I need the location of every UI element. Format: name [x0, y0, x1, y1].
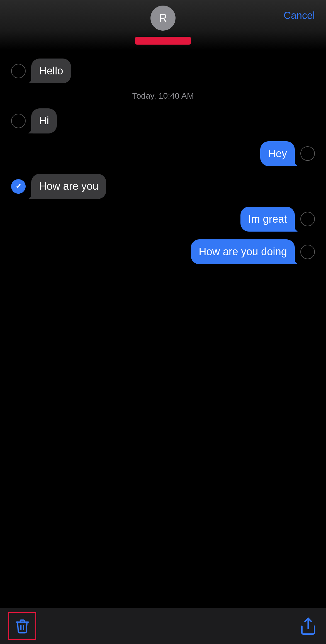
share-icon[interactable] — [299, 617, 318, 636]
message-row: Hey — [11, 141, 315, 166]
selection-circle-msg1[interactable] — [11, 64, 26, 78]
message-row: Hi — [11, 108, 315, 133]
message-bubble-msg3: Hey — [260, 141, 295, 166]
timestamp-row: Today, 10:40 AM — [11, 91, 315, 101]
trash-icon — [14, 618, 30, 634]
delete-button[interactable] — [8, 612, 36, 640]
message-row: Hello — [11, 59, 315, 83]
contact-name-bar — [135, 37, 191, 45]
timestamp-label: Today, 10:40 AM — [132, 91, 194, 101]
selection-circle-msg5[interactable] — [300, 212, 315, 226]
message-bubble-msg2: Hi — [31, 108, 57, 133]
message-row: How are you doing — [11, 239, 315, 264]
selection-circle-msg6[interactable] — [300, 245, 315, 259]
message-bubble-msg4: How are you — [31, 174, 106, 199]
avatar: R — [150, 6, 176, 31]
message-bubble-msg1: Hello — [31, 59, 71, 83]
message-row: ✓ How are you — [11, 174, 315, 199]
messages-area: Hello Today, 10:40 AM Hi Hey ✓ How are y… — [0, 50, 326, 608]
message-row: Im great — [11, 207, 315, 232]
message-bubble-msg5: Im great — [240, 207, 295, 232]
checkmark-icon: ✓ — [15, 182, 22, 191]
selection-circle-msg3[interactable] — [300, 146, 315, 161]
message-bubble-msg6: How are you doing — [191, 239, 295, 264]
bottom-toolbar — [0, 608, 326, 644]
selection-circle-msg4[interactable]: ✓ — [11, 179, 26, 194]
selection-circle-msg2[interactable] — [11, 114, 26, 128]
cancel-button[interactable]: Cancel — [284, 10, 315, 21]
header: R Cancel — [0, 0, 326, 50]
